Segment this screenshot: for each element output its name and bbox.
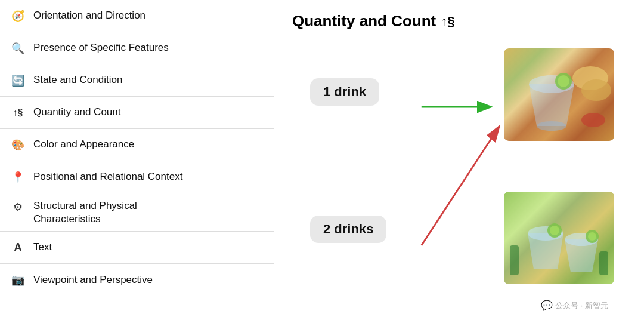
refresh-icon: 🔄 <box>7 74 29 87</box>
sidebar-item-state[interactable]: 🔄 State and Condition <box>0 64 274 97</box>
svg-point-12 <box>550 226 559 235</box>
palette-icon: 🎨 <box>7 139 29 152</box>
sidebar-item-text[interactable]: A Text <box>0 232 274 264</box>
food-image-1-placeholder <box>504 48 614 141</box>
wechat-icon: 💬 <box>541 300 553 311</box>
svg-rect-16 <box>599 251 608 275</box>
sidebar-item-structural[interactable]: ⚙ Structural and PhysicalCharacteristics <box>0 193 274 232</box>
sidebar-label-structural: Structural and PhysicalCharacteristics <box>33 199 137 226</box>
sidebar-label-color: Color and Appearance <box>33 138 134 151</box>
svg-point-14 <box>588 232 596 241</box>
text-icon: A <box>7 241 29 254</box>
svg-point-4 <box>558 75 569 87</box>
compass-icon: 🧭 <box>7 10 29 23</box>
sidebar: 🧭 Orientation and Direction 🔍 Presence o… <box>0 0 274 329</box>
sidebar-label-state: State and Condition <box>33 73 122 87</box>
sidebar-label-viewpoint: Viewpoint and Perspective <box>33 273 153 287</box>
sidebar-item-quantity[interactable]: ↑§ Quantity and Count <box>0 97 274 129</box>
svg-point-2 <box>537 121 566 131</box>
title-sort-icon: ↑§ <box>441 14 454 29</box>
sidebar-item-positional[interactable]: 📍 Positional and Relational Context <box>0 161 274 193</box>
sidebar-label-positional: Positional and Relational Context <box>33 170 182 183</box>
svg-rect-15 <box>510 245 519 275</box>
callout-1drink-label: 1 drink <box>323 84 366 99</box>
sidebar-label-presence: Presence of Specific Features <box>33 41 169 54</box>
pin-icon: 📍 <box>7 171 29 184</box>
watermark-text: 公众号 · 新智元 <box>555 300 608 311</box>
food-image-1 <box>504 48 614 141</box>
food-image-2 <box>504 192 614 284</box>
title-text: Quantity and Count <box>292 12 436 30</box>
sidebar-label-quantity: Quantity and Count <box>33 106 120 119</box>
sidebar-item-viewpoint[interactable]: 📷 Viewpoint and Perspective <box>0 264 274 296</box>
gear-icon: ⚙ <box>7 201 29 214</box>
sidebar-item-color[interactable]: 🎨 Color and Appearance <box>0 129 274 161</box>
food-image-2-placeholder <box>504 192 614 284</box>
search-icon: 🔍 <box>7 42 29 55</box>
content-area: 1 drink 2 drinks <box>292 42 626 317</box>
camera-icon: 📷 <box>7 273 29 287</box>
sidebar-label-orientation: Orientation and Direction <box>33 9 145 22</box>
callout-2drinks-label: 2 drinks <box>323 222 373 236</box>
watermark: 💬 公众号 · 新智元 <box>541 300 608 311</box>
panel-title: Quantity and Count ↑§ <box>292 12 626 30</box>
sidebar-item-presence[interactable]: 🔍 Presence of Specific Features <box>0 32 274 64</box>
svg-point-7 <box>581 113 605 127</box>
sort-icon: ↑§ <box>7 107 29 118</box>
callout-2drinks: 2 drinks <box>310 216 386 243</box>
sidebar-label-text: Text <box>33 241 52 254</box>
callout-1drink: 1 drink <box>310 78 379 106</box>
svg-point-6 <box>581 79 611 101</box>
sidebar-item-orientation[interactable]: 🧭 Orientation and Direction <box>0 0 274 32</box>
content-panel: Quantity and Count ↑§ 1 drink 2 drinks <box>274 0 644 329</box>
svg-line-20 <box>422 126 500 245</box>
